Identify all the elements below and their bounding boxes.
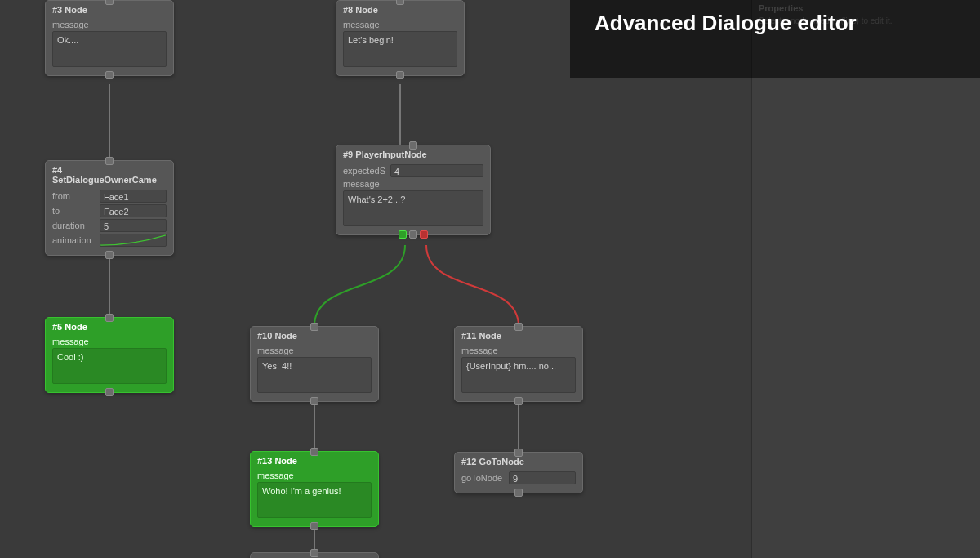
field-label-duration: duration <box>52 221 96 230</box>
field-label-expected: expectedS <box>343 166 387 176</box>
port-in[interactable] <box>514 323 523 331</box>
field-message[interactable]: What's 2+2...? <box>343 190 483 226</box>
port-out[interactable] <box>396 71 404 79</box>
field-label-message: message <box>257 346 372 355</box>
field-expected[interactable]: 4 <box>390 164 483 177</box>
field-goto[interactable]: 9 <box>509 471 576 484</box>
port-in[interactable] <box>105 314 114 322</box>
node-8[interactable]: #8 Node message Let's begin! <box>336 0 465 76</box>
title-overlay: Advanced Dialogue editor <box>570 0 980 78</box>
field-duration[interactable]: 5 <box>100 219 167 232</box>
port-in[interactable] <box>514 449 523 457</box>
field-message[interactable]: Let's begin! <box>343 31 457 67</box>
port-out[interactable] <box>105 251 114 259</box>
port-out[interactable] <box>310 522 318 530</box>
field-label-animation: animation <box>52 235 96 245</box>
field-label-message: message <box>461 346 576 355</box>
port-in[interactable] <box>396 0 404 5</box>
field-label-to: to <box>52 206 96 216</box>
node-5[interactable]: #5 Node message Cool :) <box>45 317 174 393</box>
field-label-from: from <box>52 191 96 201</box>
node-10[interactable]: #10 Node message Yes! 4!! <box>250 326 379 402</box>
port-in[interactable] <box>310 549 318 557</box>
node-11[interactable]: #11 Node message {UserInput} hm.... no..… <box>454 326 583 402</box>
port-in[interactable] <box>310 448 318 456</box>
node-9[interactable]: #9 PlayerInputNode expectedS4 message Wh… <box>336 145 491 235</box>
node-14[interactable]: #14 Node <box>250 552 379 558</box>
port-out-wrong[interactable] <box>420 230 428 239</box>
port-out[interactable] <box>514 489 523 497</box>
field-label-message: message <box>257 471 372 480</box>
field-label-goto: goToNode <box>461 473 506 483</box>
field-label-message: message <box>343 179 483 189</box>
app-title: Advanced Dialogue editor <box>595 10 857 36</box>
port-out[interactable] <box>409 230 417 239</box>
port-in[interactable] <box>310 323 318 331</box>
field-from[interactable]: Face1 <box>100 190 167 203</box>
properties-panel: Properties Select a node or edge (line) … <box>751 0 980 558</box>
field-label-message: message <box>343 20 457 29</box>
port-out[interactable] <box>105 71 114 79</box>
node-12[interactable]: #12 GoToNode goToNode9 <box>454 452 583 493</box>
field-message[interactable]: Yes! 4!! <box>257 357 372 393</box>
field-message[interactable]: Woho! I'm a genius! <box>257 482 372 518</box>
port-in[interactable] <box>105 0 114 5</box>
port-in[interactable] <box>105 157 114 165</box>
field-to[interactable]: Face2 <box>100 204 167 217</box>
node-4[interactable]: #4 SetDialogueOwnerCame fromFace1 toFace… <box>45 160 174 256</box>
node-3[interactable]: #3 Node message Ok.... <box>45 0 174 76</box>
field-animation-curve[interactable] <box>100 234 167 247</box>
port-in[interactable] <box>409 141 417 150</box>
field-label-message: message <box>52 20 167 29</box>
port-out[interactable] <box>514 397 523 405</box>
field-message[interactable]: Ok.... <box>52 31 167 67</box>
port-out[interactable] <box>310 397 318 405</box>
field-label-message: message <box>52 337 167 346</box>
port-out-correct[interactable] <box>399 230 407 239</box>
field-message[interactable]: Cool :) <box>52 348 167 384</box>
node-13[interactable]: #13 Node message Woho! I'm a genius! <box>250 451 379 527</box>
field-message[interactable]: {UserInput} hm.... no... <box>461 357 576 393</box>
port-out[interactable] <box>105 388 114 396</box>
